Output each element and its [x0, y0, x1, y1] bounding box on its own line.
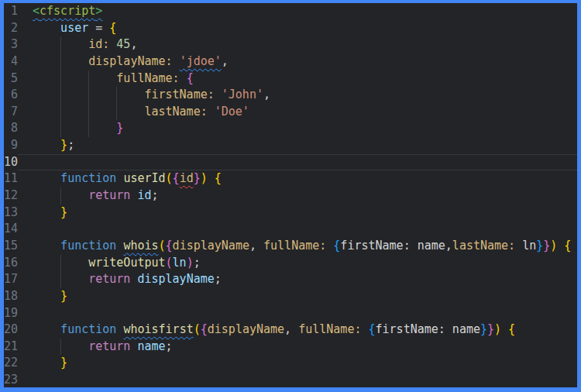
code-line[interactable]: 1<cfscript>: [4, 3, 577, 20]
line-number[interactable]: 10: [4, 154, 18, 171]
code-content: }: [18, 355, 577, 372]
code-line[interactable]: 15function whois({displayName, fullName:…: [4, 238, 577, 255]
line-number[interactable]: 15: [4, 238, 18, 255]
code-line[interactable]: 19: [4, 305, 577, 322]
code-token: ;: [194, 256, 201, 270]
code-token: 'Doe': [215, 105, 249, 119]
line-number[interactable]: 12: [4, 187, 18, 205]
line-number[interactable]: 8: [4, 120, 18, 137]
code-token: fullName:: [263, 239, 326, 253]
line-number[interactable]: 3: [4, 36, 18, 53]
line-number[interactable]: 17: [4, 271, 18, 288]
code-line[interactable]: 4displayName: 'jdoe',: [4, 53, 577, 70]
indent-space: [33, 205, 60, 222]
code-line[interactable]: 21return name;: [4, 339, 577, 356]
code-line[interactable]: 2user = {: [4, 20, 577, 37]
code-token: displayName:: [88, 54, 172, 68]
line-number[interactable]: 13: [4, 205, 18, 222]
code-line[interactable]: 11function userId({id}) {: [4, 170, 577, 187]
code-token: }: [116, 121, 123, 135]
code-content: displayName: 'jdoe',: [18, 53, 577, 70]
code-token: (: [194, 322, 201, 336]
code-editor: 1<cfscript>2user = {3id: 45,4displayName…: [4, 3, 577, 387]
code-token: ;: [67, 138, 74, 152]
code-token: ;: [215, 272, 222, 286]
indent-space: [33, 170, 60, 187]
code-token: displayName: [208, 322, 284, 336]
line-number[interactable]: 19: [4, 305, 18, 322]
code-content: [18, 305, 577, 322]
code-token: }: [60, 205, 67, 219]
line-number[interactable]: 14: [4, 221, 18, 238]
indent-guide: [60, 255, 88, 272]
line-number[interactable]: 5: [4, 70, 18, 88]
indent-space: [33, 355, 60, 372]
line-number[interactable]: 1: [4, 3, 18, 20]
line-number[interactable]: 9: [4, 137, 18, 154]
code-token: return: [88, 272, 137, 286]
code-token: [208, 171, 215, 185]
code-token: [557, 239, 564, 253]
code-token: {: [173, 171, 180, 185]
code-line[interactable]: 22}: [4, 355, 577, 372]
code-token: ): [201, 171, 208, 185]
line-number[interactable]: 22: [4, 355, 18, 372]
line-number[interactable]: 4: [4, 53, 18, 70]
code-token: fullName:: [298, 322, 361, 336]
indent-guide: [88, 87, 116, 104]
code-content: [18, 221, 577, 238]
code-line[interactable]: 7lastName: 'Doe': [4, 104, 577, 121]
code-line[interactable]: 9};: [4, 137, 577, 154]
code-token: writeOutput: [88, 256, 165, 270]
code-token: id: [137, 188, 151, 202]
code-line[interactable]: 8}: [4, 120, 577, 137]
line-number[interactable]: 23: [4, 372, 18, 387]
code-line[interactable]: 3id: 45,: [4, 36, 577, 53]
code-line[interactable]: 12return id;: [4, 187, 577, 205]
code-token: ,: [222, 54, 229, 68]
code-token: {: [187, 71, 194, 85]
indent-guide: [116, 87, 144, 104]
code-line[interactable]: 20function whoisfirst({displayName, full…: [4, 322, 577, 339]
code-token: ,: [284, 322, 298, 336]
indent-space: [33, 137, 60, 154]
code-token: displayName: [137, 272, 214, 286]
code-token-info-squiggle: whoisfirst: [123, 322, 193, 336]
line-number[interactable]: 2: [4, 20, 18, 37]
code-token: }: [536, 239, 543, 253]
code-token: ): [550, 239, 557, 253]
code-line[interactable]: 6firstName: 'John',: [4, 87, 577, 104]
code-line[interactable]: 17return displayName;: [4, 271, 577, 288]
code-token: [501, 322, 508, 336]
code-line[interactable]: 16writeOutput(ln);: [4, 255, 577, 272]
code-token: ;: [152, 188, 159, 202]
code-token: ,: [445, 239, 452, 253]
line-number[interactable]: 6: [4, 87, 18, 104]
line-number[interactable]: 7: [4, 104, 18, 121]
editor-window: 1<cfscript>2user = {3id: 45,4displayName…: [0, 0, 581, 392]
code-line[interactable]: 5fullName: {: [4, 70, 577, 88]
code-token: fullName:: [116, 71, 179, 85]
line-number[interactable]: 16: [4, 255, 18, 272]
code-token: ,: [130, 37, 137, 51]
current-code-line[interactable]: 10: [4, 154, 577, 171]
line-number[interactable]: 11: [4, 170, 18, 187]
code-line[interactable]: 18}: [4, 288, 577, 305]
line-number[interactable]: 20: [4, 322, 18, 339]
code-line[interactable]: 14: [4, 221, 577, 238]
code-token: ,: [249, 239, 263, 253]
code-token: =: [88, 21, 109, 35]
code-line[interactable]: 13}: [4, 205, 577, 222]
code-token: ;: [166, 339, 173, 353]
code-token: {: [508, 322, 515, 336]
indent-guide: [116, 104, 144, 121]
code-token: 45: [116, 37, 130, 51]
indent-guide: [60, 187, 88, 205]
code-line[interactable]: 23: [4, 372, 577, 387]
indent-guide: [60, 53, 88, 70]
line-number[interactable]: 18: [4, 288, 18, 305]
code-token: {: [368, 322, 375, 336]
code-token-info-squiggle: <: [33, 4, 40, 18]
line-number[interactable]: 21: [4, 339, 18, 356]
code-token: displayName: [173, 239, 249, 253]
